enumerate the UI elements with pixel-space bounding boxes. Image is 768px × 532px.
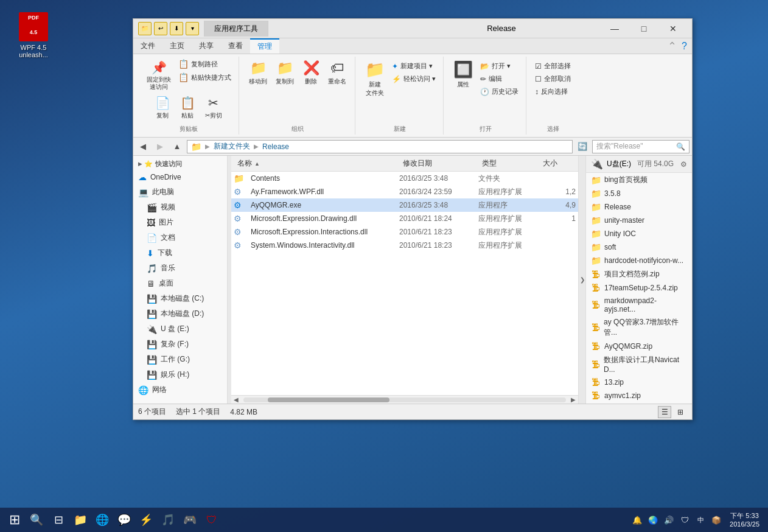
history-btn[interactable]: 🕐 历史记录 — [478, 86, 521, 97]
sidebar-item-music[interactable]: 🎵 音乐 — [133, 261, 227, 276]
select-all-btn[interactable]: ☑ 全部选择 — [532, 60, 573, 72]
edit-btn[interactable]: ✏ 编辑 — [478, 73, 521, 85]
copy-to-btn[interactable]: 📁 复制到 — [272, 58, 298, 88]
right-panel-item[interactable]: 📁 3.5.8 — [586, 187, 692, 200]
path-part-newfolder[interactable]: 新建文件夹 — [214, 141, 250, 152]
tab-view[interactable]: 查看 — [221, 38, 250, 54]
copy-path-btn[interactable]: 📋 复制路径 — [176, 58, 234, 70]
file-item[interactable]: ⚙ AyQQMGR.exe 2016/3/25 3:48 应用程序 4,9 — [231, 198, 578, 212]
file-item[interactable]: ⚙ System.Windows.Interactivity.dll 2010/… — [231, 239, 578, 252]
sidebar-item-desktop[interactable]: 🖥 桌面 — [133, 276, 227, 291]
easy-access-btn[interactable]: ⚡ 轻松访问 ▾ — [389, 73, 438, 85]
hscroll-thumb[interactable] — [268, 397, 389, 402]
taskbar-icon-1[interactable]: ⚡ — [136, 510, 156, 530]
hscroll-right[interactable]: ▶ — [568, 396, 578, 404]
sidebar-item-network[interactable]: 🌐 网络 — [133, 382, 227, 397]
right-panel-item[interactable]: 🗜 数据库设计工具Navicat D... — [586, 353, 692, 376]
sidebar-item-drive-f[interactable]: 💾 复杂 (F:) — [133, 337, 227, 352]
taskbar-search[interactable]: 🔍 — [27, 510, 46, 530]
sidebar-item-pictures[interactable]: 🖼 图片 — [133, 215, 227, 230]
rename-btn[interactable]: 🏷 重命名 — [324, 58, 350, 88]
address-path[interactable]: 📁 ▶ 新建文件夹 ▶ Release — [187, 140, 573, 153]
delete-btn[interactable]: ❌ 删除 — [299, 58, 323, 88]
sidebar-item-drive-c[interactable]: 💾 本地磁盘 (C:) — [133, 291, 227, 306]
taskbar-icon-3[interactable]: 🎮 — [180, 510, 200, 530]
security-icon[interactable]: 🛡 — [679, 514, 691, 526]
network-status-icon[interactable]: 🌏 — [647, 514, 659, 526]
right-panel-item[interactable]: 📁 soft — [586, 240, 692, 254]
right-panel-settings-icon[interactable]: ⚙ — [680, 160, 687, 169]
up-btn[interactable]: ▲ — [170, 139, 184, 154]
taskbar-file-explorer[interactable]: 📁 — [71, 510, 90, 530]
right-panel-item[interactable]: 🗜 13.zip — [586, 376, 692, 389]
right-panel-item[interactable]: 🗜 aymvc1.zip — [586, 389, 692, 402]
taskbar-browser[interactable]: 🌐 — [93, 510, 112, 530]
open-btn[interactable]: 📂 打开 ▾ — [478, 60, 521, 72]
quick-btn-folder[interactable]: 📁 — [138, 22, 152, 35]
col-header-type[interactable]: 类型 — [478, 158, 539, 169]
new-item-btn[interactable]: ✦ 新建项目 ▾ — [389, 60, 438, 72]
move-to-btn[interactable]: 📁 移动到 — [245, 58, 271, 88]
file-item[interactable]: ⚙ Ay.Framework.WPF.dll 2016/3/24 23:59 应… — [231, 185, 578, 198]
hscroll-track[interactable] — [243, 397, 566, 402]
desktop-icon-pdf[interactable]: 4.5 WPF 4.5unleash... — [12, 12, 55, 58]
invert-selection-btn[interactable]: ↕ 反向选择 — [532, 86, 573, 97]
right-panel-item[interactable]: 📁 bing首页视频 — [586, 173, 692, 187]
right-panel-item[interactable]: 📁 unity-master — [586, 214, 692, 227]
paste-shortcut-btn[interactable]: 📋 粘贴快捷方式 — [176, 71, 234, 83]
tab-file[interactable]: 文件 — [133, 38, 162, 54]
sidebar-item-documents[interactable]: 📄 文档 — [133, 230, 227, 245]
sidebar-section-quickaccess[interactable]: ▶ ⭐ 快速访问 — [133, 156, 227, 170]
sidebar-item-downloads[interactable]: ⬇ 下载 — [133, 245, 227, 261]
refresh-btn[interactable]: 🔄 — [575, 139, 590, 154]
hscroll-left[interactable]: ◀ — [231, 396, 241, 404]
path-part-release[interactable]: Release — [262, 142, 289, 151]
sidebar-item-drive-e[interactable]: 🔌 U 盘 (E:) — [133, 321, 227, 337]
properties-btn[interactable]: 🔲 属性 — [450, 58, 477, 91]
right-panel-item[interactable]: 📁 hardcodet-notifyicon-w... — [586, 254, 692, 267]
search-box[interactable]: 搜索"Release" 🔍 — [592, 140, 689, 153]
file-item[interactable]: ⚙ Microsoft.Expression.Interactions.dll … — [231, 225, 578, 239]
tab-app-tools[interactable]: 应用程序工具 — [204, 21, 268, 37]
sound-icon[interactable]: 🔊 — [663, 514, 675, 526]
cut-btn[interactable]: ✂ ✂剪切 — [201, 93, 226, 122]
right-panel-item[interactable]: 🗜 ay QQ管家3.7增加软件管... — [586, 315, 692, 340]
taskbar-chat[interactable]: 💬 — [114, 510, 134, 530]
sidebar-item-drive-h[interactable]: 💾 娱乐 (H:) — [133, 367, 227, 382]
deselect-all-btn[interactable]: ☐ 全部取消 — [532, 73, 573, 85]
quick-btn-more[interactable]: ▾ — [186, 22, 199, 35]
quick-btn-back[interactable]: ↩ — [154, 22, 167, 35]
package-icon[interactable]: 📦 — [710, 514, 722, 526]
right-panel-toggle[interactable]: ❯ — [578, 156, 585, 404]
right-panel-item[interactable]: 📁 Unity IOC — [586, 227, 692, 240]
sidebar-item-drive-d[interactable]: 💾 本地磁盘 (D:) — [133, 306, 227, 321]
sidebar-item-video[interactable]: 🎬 视频 — [133, 200, 227, 215]
taskbar-task-view[interactable]: ⊟ — [49, 510, 68, 530]
right-panel-item[interactable]: 🗜 项目文档范例.zip — [586, 267, 692, 281]
horizontal-scrollbar[interactable]: ◀ ▶ — [231, 395, 578, 404]
maximize-button[interactable]: □ — [630, 19, 658, 38]
tab-manage[interactable]: 管理 — [250, 38, 279, 54]
close-button[interactable]: ✕ — [659, 19, 687, 38]
col-header-date[interactable]: 修改日期 — [399, 158, 478, 169]
right-panel-item[interactable]: 🗜 17teamSetup-2.5.4.zip — [586, 281, 692, 295]
minimize-button[interactable]: — — [601, 19, 629, 38]
new-folder-btn[interactable]: 📁 新建文件夹 — [361, 58, 388, 100]
sidebar-item-onedrive[interactable]: ☁ OneDrive — [133, 170, 227, 184]
forward-btn[interactable]: ▶ — [153, 139, 167, 154]
right-panel-item[interactable]: 📁 Release — [586, 200, 692, 214]
pin-quick-access-btn[interactable]: 📌 固定到快速访问 — [143, 58, 175, 93]
col-header-name[interactable]: 名称 ▲ — [234, 158, 399, 169]
sidebar-item-drive-g[interactable]: 💾 工作 (G:) — [133, 352, 227, 367]
start-button[interactable]: ⊞ — [5, 510, 24, 530]
ribbon-collapse-btn[interactable]: ⌃ — [668, 40, 677, 53]
tab-home[interactable]: 主页 — [162, 38, 192, 54]
back-btn[interactable]: ◀ — [136, 139, 150, 154]
taskbar-icon-4[interactable]: 🛡 — [202, 510, 222, 530]
details-view-btn[interactable]: ☰ — [658, 406, 671, 418]
file-item[interactable]: ⚙ Microsoft.Expression.Drawing.dll 2010/… — [231, 212, 578, 225]
search-icon[interactable]: 🔍 — [676, 142, 685, 151]
taskbar-icon-2[interactable]: 🎵 — [158, 510, 178, 530]
paste-btn[interactable]: 📋 粘贴 — [176, 93, 199, 122]
copy-btn[interactable]: 📄 复制 — [152, 93, 174, 122]
